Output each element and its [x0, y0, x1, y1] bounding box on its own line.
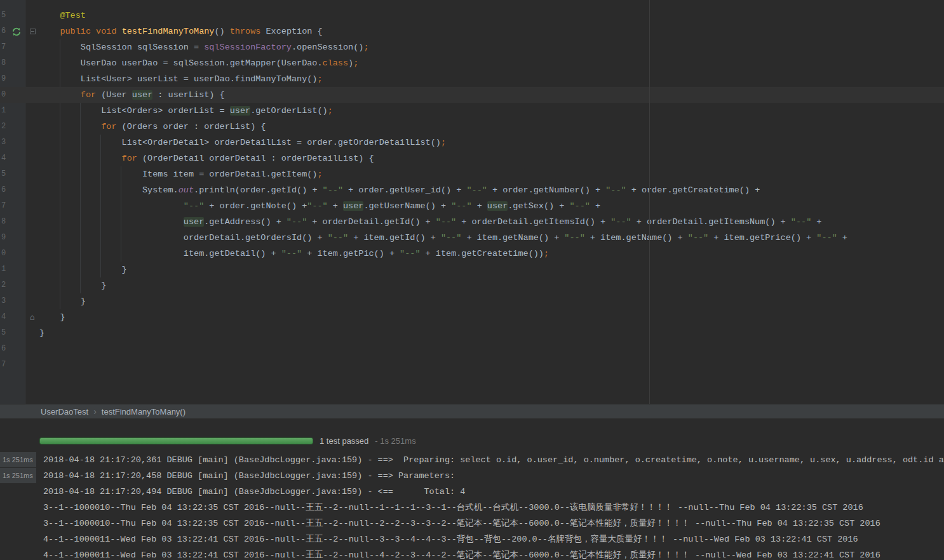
- fold-strip: [25, 119, 39, 135]
- fold-strip: [25, 39, 39, 55]
- fold-strip: [25, 293, 39, 309]
- code-editor[interactable]: 5@Test6public void testFindManyToMany() …: [0, 0, 944, 404]
- line-number[interactable]: 2: [0, 277, 8, 293]
- fold-strip: [25, 135, 39, 150]
- fold-strip: [25, 341, 39, 357]
- line-number[interactable]: 5: [0, 325, 8, 341]
- code-lines: 5@Test6public void testFindManyToMany() …: [0, 0, 944, 373]
- line-number[interactable]: 6: [0, 182, 8, 198]
- code-line[interactable]: 8user.getAddress() + "--" + orderDetail.…: [0, 214, 944, 230]
- line-number[interactable]: 9: [0, 71, 8, 87]
- code-line[interactable]: 5Items item = orderDetail.getItem();: [0, 166, 944, 182]
- code-line[interactable]: 0for (User user : userList) {: [0, 87, 944, 103]
- code-line[interactable]: 7: [0, 357, 944, 373]
- code-line[interactable]: 0item.getDetail() + "--" + item.getPic()…: [0, 246, 944, 262]
- code-line[interactable]: 6public void testFindManyToMany() throws…: [0, 23, 944, 39]
- ide-window: 5@Test6public void testFindManyToMany() …: [0, 0, 944, 560]
- line-number[interactable]: 5: [0, 8, 8, 23]
- console-lines: 2018-04-18 21:17:20,361 DEBUG [main] (Ba…: [0, 452, 944, 560]
- breadcrumb-item-method[interactable]: testFindManyToMany(): [102, 407, 185, 417]
- code-text: System.out.println(order.getId() + "--" …: [39, 182, 760, 198]
- line-number[interactable]: 0: [0, 246, 8, 262]
- test-duration-text: - 1s 251ms: [375, 436, 415, 446]
- line-number[interactable]: 2: [0, 119, 8, 135]
- test-runner-panel: 1 test passed - 1s 251ms 1s 251ms1s 251m…: [0, 418, 944, 560]
- gutter-icon-slot: [8, 87, 25, 103]
- gutter-icon-slot: [8, 182, 25, 198]
- code-text: "--" + order.getNote() +"--" + user.getU…: [39, 198, 600, 214]
- console-line: 4--1--1000011--Wed Feb 03 13:22:41 CST 2…: [0, 547, 944, 560]
- code-line[interactable]: 3List<OrderDetail> orderDetailList = ord…: [0, 135, 944, 150]
- code-text: public void testFindManyToMany() throws …: [39, 23, 323, 39]
- code-line[interactable]: 1}: [0, 262, 944, 277]
- fold-strip: [25, 357, 39, 373]
- code-line[interactable]: 9orderDetail.getOrdersId() + "--" + item…: [0, 230, 944, 246]
- code-text: }: [39, 277, 106, 293]
- code-line[interactable]: 2for (Orders order : orderList) {: [0, 119, 944, 135]
- line-number[interactable]: 6: [0, 341, 8, 357]
- gutter-icon-slot: [8, 103, 25, 119]
- right-margin-guide: [649, 0, 650, 404]
- code-line[interactable]: 1List<Orders> orderList = user.getOrderL…: [0, 103, 944, 119]
- line-number[interactable]: 0: [0, 87, 8, 103]
- code-text: @Test: [39, 8, 86, 23]
- gutter-icon-slot: [8, 341, 25, 357]
- code-line[interactable]: 5}: [0, 325, 944, 341]
- line-number[interactable]: 1: [0, 103, 8, 119]
- test-duration-badge: 1s 251ms: [0, 468, 36, 484]
- code-line[interactable]: 4for (OrderDetail orderDetail : orderDet…: [0, 150, 944, 166]
- code-line[interactable]: 3}: [0, 293, 944, 309]
- line-number[interactable]: 1: [0, 262, 8, 277]
- code-text: }: [39, 262, 127, 277]
- line-number[interactable]: 9: [0, 230, 8, 246]
- console-line: 3--1--1000010--Thu Feb 04 13:22:35 CST 2…: [0, 516, 944, 531]
- line-number[interactable]: 5: [0, 166, 8, 182]
- code-line[interactable]: 6System.out.println(order.getId() + "--"…: [0, 182, 944, 198]
- line-number[interactable]: 8: [0, 214, 8, 230]
- gutter-icon-slot: [8, 214, 25, 230]
- code-line[interactable]: 4⌂}: [0, 309, 944, 325]
- code-line[interactable]: 5@Test: [0, 8, 944, 23]
- console-line: 2018-04-18 21:17:20,494 DEBUG [main] (Ba…: [0, 484, 944, 500]
- code-text: List<OrderDetail> orderDetailList = orde…: [39, 135, 446, 150]
- line-number[interactable]: 7: [0, 198, 8, 214]
- fold-strip: [25, 198, 39, 214]
- code-line[interactable]: 9List<User> userList = userDao.findManyT…: [0, 71, 944, 87]
- gutter-icon-slot: [8, 8, 25, 23]
- code-line[interactable]: 8UserDao userDao = sqlSession.getMapper(…: [0, 55, 944, 71]
- console-line: 4--1--1000011--Wed Feb 03 13:22:41 CST 2…: [0, 531, 944, 547]
- code-text: for (Orders order : orderList) {: [39, 119, 266, 135]
- gutter-icon-slot: [8, 293, 25, 309]
- line-number[interactable]: 7: [0, 357, 8, 373]
- line-number[interactable]: 4: [0, 150, 8, 166]
- line-number[interactable]: 3: [0, 135, 8, 150]
- line-number[interactable]: 4: [0, 309, 8, 325]
- code-text: }: [39, 293, 86, 309]
- code-line[interactable]: 2}: [0, 277, 944, 293]
- console-line: 2018-04-18 21:17:20,361 DEBUG [main] (Ba…: [0, 452, 944, 468]
- fold-marker-bottom-icon[interactable]: ⌂: [25, 309, 39, 325]
- test-console[interactable]: 1s 251ms1s 251ms 2018-04-18 21:17:20,361…: [0, 452, 944, 560]
- code-text: List<Orders> orderList = user.getOrderLi…: [39, 103, 333, 119]
- fold-strip: [25, 8, 39, 23]
- gutter-icon-slot: [8, 119, 25, 135]
- code-line[interactable]: 7SqlSession sqlSession = sqlSessionFacto…: [0, 39, 944, 55]
- line-number[interactable]: 6: [0, 23, 8, 39]
- code-text: }: [39, 309, 65, 325]
- code-text: Items item = orderDetail.getItem();: [39, 166, 323, 182]
- code-text: orderDetail.getOrdersId() + "--" + item.…: [39, 230, 847, 246]
- line-number[interactable]: 3: [0, 293, 8, 309]
- code-line[interactable]: 6: [0, 341, 944, 357]
- line-number[interactable]: 8: [0, 55, 8, 71]
- breadcrumb-item-class[interactable]: UserDaoTest: [41, 407, 88, 417]
- fold-marker-top-icon[interactable]: [25, 23, 39, 39]
- code-line[interactable]: 7"--" + order.getNote() +"--" + user.get…: [0, 198, 944, 214]
- console-line: 2018-04-18 21:17:20,458 DEBUG [main] (Ba…: [0, 468, 944, 484]
- line-number[interactable]: 7: [0, 39, 8, 55]
- fold-strip: [25, 87, 39, 103]
- test-duration-badge: 1s 251ms: [0, 452, 36, 468]
- chevron-right-icon: ›: [93, 406, 97, 417]
- fold-strip: [25, 150, 39, 166]
- breadcrumb: UserDaoTest › testFindManyToMany(): [0, 404, 944, 418]
- run-test-icon[interactable]: [8, 23, 25, 39]
